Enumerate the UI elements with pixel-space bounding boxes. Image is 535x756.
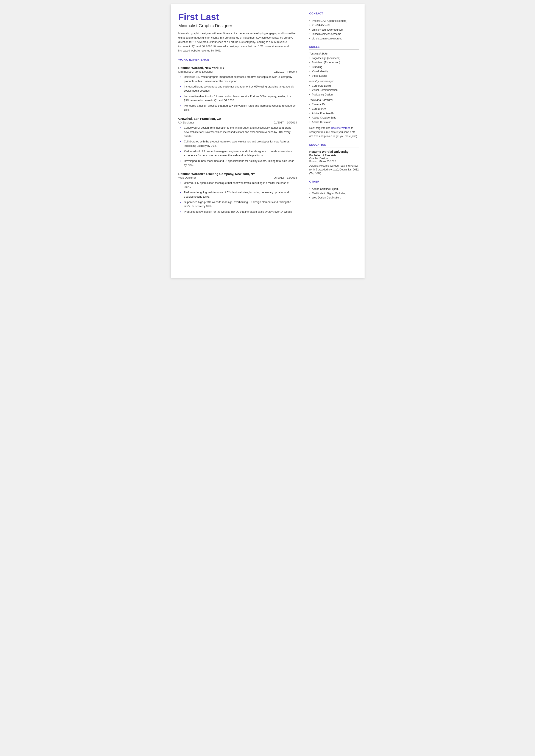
skill-0-0: Logo Design (Advanced) (309, 56, 359, 60)
other-item-2: Web Design Certification. (309, 195, 359, 200)
job-bullets-2: Utilized SEO optimization technique that… (179, 181, 297, 214)
summary-text: Minimalist graphic designer with over 9 … (179, 31, 297, 53)
contact-item-1: +1-234-456-789 (309, 23, 359, 27)
edu-awards: Awards: Resume Worded Teaching Fellow (o… (309, 164, 359, 176)
job-dates-0: 11/2019 – Present (274, 70, 297, 73)
other-section: OTHER Adobe Certified Expert.Certificate… (309, 180, 359, 200)
bullet-0-3: Pioneered a design process that had 10X … (180, 104, 297, 112)
skill-2-2: Adobe Premiere Pro (309, 111, 359, 116)
other-item-0: Adobe Certified Expert. (309, 187, 359, 191)
right-column: CONTACT Phoenix, AZ (Open to Remote)+1-2… (304, 4, 365, 278)
job-header-0: Resume Worded, New York, NY (179, 66, 297, 70)
contact-section-title: CONTACT (309, 12, 359, 16)
education-section: EDUCATION Resume Worded University Bache… (309, 143, 359, 176)
skill-2-4: Adobe Illustrator (309, 120, 359, 124)
skills-subheading-2: Tools and Software: (309, 98, 359, 101)
skills-subheading-0: Technical Skills: (309, 52, 359, 55)
bullet-1-3: Developed 46 new mock-ups and UI specifi… (180, 159, 297, 167)
jobs-container: Resume Worded, New York, NY Minimalist G… (179, 66, 297, 214)
bullet-0-1: Increased brand awareness and customer e… (180, 85, 297, 93)
job-company-2: Resume Worded's Exciting Company, New Yo… (179, 172, 255, 176)
skill-0-3: Visual Identity (309, 69, 359, 73)
work-experience-section-title: WORK EXPERIENCE (179, 58, 297, 62)
job-1: Growthsi, San Francisco, CA UX Designer … (179, 117, 297, 167)
candidate-name: First Last (179, 12, 297, 22)
edu-location-date: Boston, MA — 05/2012 (309, 160, 359, 163)
job-0: Resume Worded, New York, NY Minimalist G… (179, 66, 297, 112)
job-role-1: UX Designer (179, 121, 194, 124)
contact-item-4: github.com/resumeworded (309, 37, 359, 41)
contact-list: Phoenix, AZ (Open to Remote)+1-234-456-7… (309, 19, 359, 41)
skill-1-2: Packaging Design (309, 93, 359, 97)
skill-2-3: Adobe Creative Suite (309, 116, 359, 120)
resume-page: First Last Minimalist Graphic Designer M… (171, 4, 365, 278)
job-bullets-1: Conceived UI design from inception to th… (179, 126, 297, 167)
skill-list-2: Cinema 4DCorelDRAWAdobe Premiere ProAdob… (309, 102, 359, 124)
bullet-2-1: Performed ongoing maintenance of 52 clie… (180, 190, 297, 199)
contact-item-0: Phoenix, AZ (Open to Remote) (309, 19, 359, 23)
contact-item-2: email@resumeworded.com (309, 28, 359, 32)
candidate-title: Minimalist Graphic Designer (179, 23, 297, 28)
job-title-line-2: Web Designer 06/2012 – 12/2016 (179, 176, 297, 179)
job-bullets-0: Delivered 187 vector graphic images that… (179, 75, 297, 112)
left-column: First Last Minimalist Graphic Designer M… (171, 4, 304, 278)
skill-list-1: Corporate DesignVisual CommunicationPack… (309, 84, 359, 97)
edu-field: Graphic Design (309, 157, 359, 160)
skill-2-0: Cinema 4D (309, 102, 359, 107)
other-section-title: OTHER (309, 180, 359, 184)
job-title-line-0: Minimalist Graphic Designer 11/2019 – Pr… (179, 70, 297, 73)
skill-0-4: Video Editing (309, 74, 359, 78)
bullet-2-0: Utilized SEO optimization technique that… (180, 181, 297, 189)
skills-container: Technical Skills:Logo Design (Advanced)S… (309, 52, 359, 124)
other-item-1: Certificate in Digital Marketing. (309, 191, 359, 195)
bullet-2-2: Supervised high-profile website redesign… (180, 200, 297, 209)
skills-note: Don't forget to use Resume Worded to sca… (309, 126, 359, 139)
bullet-1-2: Partnered with 29 product managers, engi… (180, 149, 297, 158)
job-company-1: Growthsi, San Francisco, CA (179, 117, 221, 121)
job-2: Resume Worded's Exciting Company, New Yo… (179, 172, 297, 214)
job-role-0: Minimalist Graphic Designer (179, 70, 213, 73)
skills-section: SKILLS Technical Skills:Logo Design (Adv… (309, 45, 359, 139)
skills-note-pre: Don't forget to use (309, 126, 331, 129)
job-role-2: Web Designer (179, 176, 196, 179)
contact-item-3: linkedin.com/in/username (309, 32, 359, 36)
bullet-1-0: Conceived UI design from inception to th… (180, 126, 297, 138)
job-title-line-1: UX Designer 01/2017 – 10/2019 (179, 121, 297, 124)
bullet-1-1: Collaborated with the product team to cr… (180, 140, 297, 148)
skill-0-2: Branding (309, 65, 359, 69)
job-header-2: Resume Worded's Exciting Company, New Yo… (179, 172, 297, 176)
skill-list-0: Logo Design (Advanced)Sketching (Experie… (309, 56, 359, 78)
skills-section-title: SKILLS (309, 45, 359, 49)
bullet-0-0: Delivered 187 vector graphic images that… (180, 75, 297, 83)
edu-institution: Resume Worded University (309, 150, 359, 154)
job-company-0: Resume Worded, New York, NY (179, 66, 225, 70)
contact-section: CONTACT Phoenix, AZ (Open to Remote)+1-2… (309, 12, 359, 41)
job-dates-1: 01/2017 – 10/2019 (274, 121, 297, 124)
bullet-0-2: Led creative direction for 17 new produc… (180, 95, 297, 103)
skills-subheading-1: Industry Knowledge: (309, 80, 359, 83)
edu-degree: Bachelor of Fine Arts (309, 154, 359, 157)
skill-0-1: Sketching (Experienced) (309, 60, 359, 65)
job-header-1: Growthsi, San Francisco, CA (179, 117, 297, 121)
skill-1-1: Visual Communication (309, 88, 359, 92)
skill-1-0: Corporate Design (309, 84, 359, 88)
resume-worded-link[interactable]: Resume Worded (331, 126, 351, 129)
education-section-title: EDUCATION (309, 143, 359, 147)
other-list: Adobe Certified Expert.Certificate in Di… (309, 187, 359, 200)
job-dates-2: 06/2012 – 12/2016 (274, 176, 297, 179)
skill-2-1: CorelDRAW (309, 107, 359, 111)
bullet-2-3: Produced a new design for the website RW… (180, 210, 297, 214)
